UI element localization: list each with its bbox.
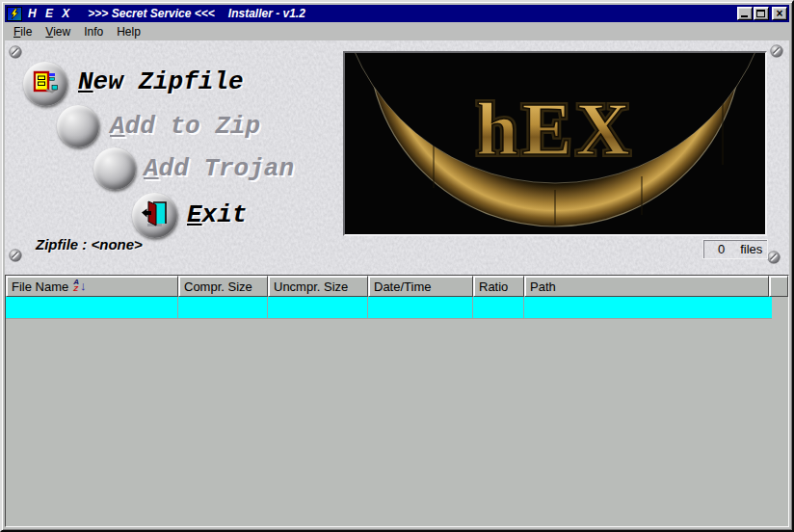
hex-logo-text: hEX — [476, 87, 634, 171]
screw-icon — [767, 251, 781, 264]
app-name: H E X — [28, 7, 72, 20]
row-cell — [268, 297, 368, 318]
files-counter: 0 files — [702, 239, 768, 259]
minimize-button[interactable] — [737, 7, 753, 20]
exit-label[interactable]: Exit — [187, 200, 247, 229]
column-header-path[interactable]: Path — [524, 276, 769, 297]
row-cell — [178, 297, 268, 318]
exit-door-icon — [141, 200, 170, 231]
screw-icon — [770, 44, 783, 58]
winzip-cabinet-icon — [31, 68, 60, 100]
close-button[interactable]: × — [772, 7, 787, 20]
row-cell — [524, 297, 769, 318]
menu-file[interactable]: File — [7, 23, 39, 40]
new-zipfile-label[interactable]: New Zipfile — [78, 67, 244, 96]
menu-info[interactable]: Info — [77, 23, 110, 40]
exit-button[interactable] — [132, 193, 177, 238]
maximize-button[interactable] — [754, 7, 769, 20]
control-panel: New Zipfile Add to Zip Add Trojan Exit Z… — [5, 40, 789, 276]
add-trojan-label: Add Trojan — [144, 154, 294, 183]
column-header-ratio[interactable]: Ratio — [473, 276, 524, 297]
menu-view[interactable]: View — [39, 23, 77, 40]
lightning-icon — [7, 7, 22, 21]
column-header-file-name[interactable]: File Name AZ ↓ — [6, 276, 178, 297]
selected-empty-row[interactable] — [6, 297, 772, 319]
title-bar: H E X >>> Secret Service <<< Installer -… — [5, 5, 789, 22]
close-icon: × — [773, 7, 786, 20]
maximize-icon — [756, 10, 765, 17]
screw-icon — [9, 249, 22, 262]
sort-arrow-icon: ↓ — [80, 280, 87, 291]
column-header-compr-size[interactable]: Compr. Size — [178, 276, 268, 297]
file-list-header: File Name AZ ↓ Compr. Size Uncmpr. Size … — [6, 276, 788, 297]
add-to-zip-label: Add to Zip — [110, 112, 260, 141]
files-count-value: 0 — [718, 242, 725, 256]
row-cell — [473, 297, 524, 318]
product-version: Installer - v1.2 — [228, 7, 305, 20]
column-header-uncmpr-size[interactable]: Uncmpr. Size — [268, 276, 368, 297]
menu-bar: File View Info Help — [5, 22, 789, 40]
zipfile-status-label: Zipfile : <none> — [36, 236, 143, 253]
column-header-date-time[interactable]: Date/Time — [368, 276, 473, 297]
screw-icon — [9, 45, 22, 59]
row-cell — [6, 297, 178, 318]
add-trojan-button[interactable] — [93, 147, 136, 190]
file-list: File Name AZ ↓ Compr. Size Uncmpr. Size … — [5, 275, 789, 527]
minimize-icon — [741, 15, 748, 17]
sort-az-icon: AZ ↓ — [73, 279, 86, 292]
column-header-filler — [769, 276, 788, 297]
files-count-unit: files — [740, 242, 762, 256]
installer-window: H E X >>> Secret Service <<< Installer -… — [0, 0, 794, 532]
new-zipfile-button[interactable] — [23, 62, 67, 106]
row-cell — [368, 297, 473, 318]
menu-help[interactable]: Help — [110, 23, 147, 40]
hex-logo: hEX hEX — [343, 51, 767, 236]
add-to-zip-button[interactable] — [57, 105, 99, 147]
client-area: New Zipfile Add to Zip Add Trojan Exit Z… — [5, 40, 789, 527]
file-list-empty-area — [6, 319, 788, 526]
service-name: >>> Secret Service <<< — [88, 7, 214, 20]
